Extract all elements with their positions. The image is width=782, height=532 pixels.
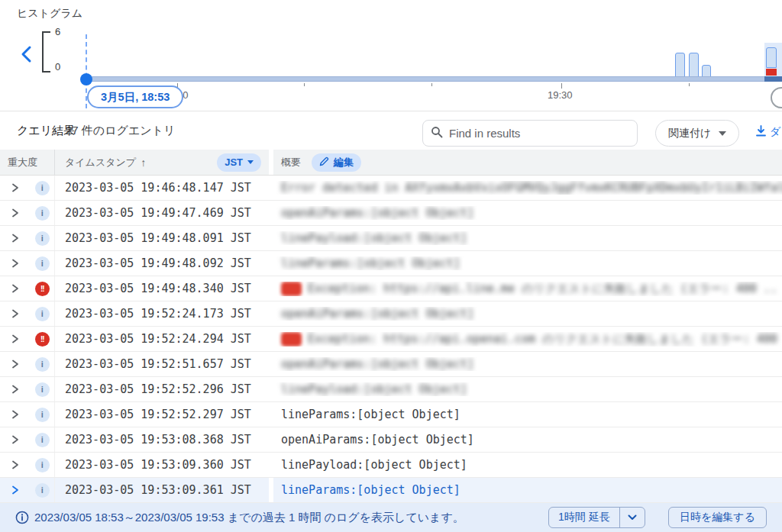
info-icon: [15, 511, 29, 527]
summary-label: 概要: [281, 156, 301, 169]
tick-mark: [689, 83, 690, 86]
y-axis-min-label: 0: [55, 61, 60, 73]
log-summary-text: Exception: https://api.line.me のリクエストに失敗…: [308, 282, 777, 296]
log-summary-text: openAiParams:[object Object]: [281, 357, 474, 371]
expand-chevron-icon[interactable]: [0, 435, 30, 444]
log-summary: lineParams:[object Object]: [273, 256, 782, 270]
range-start-handle[interactable]: [80, 73, 92, 85]
extend-options-chevron[interactable]: [620, 508, 645, 527]
log-timestamp: 2023-03-05 19:49:47.469 JST: [55, 206, 269, 220]
blurred-error-badge: [281, 282, 302, 296]
histogram-bar[interactable]: [702, 65, 711, 77]
log-entry-row[interactable]: i 2023-03-05 19:49:48.092 JST lineParams…: [0, 251, 782, 276]
expand-chevron-icon[interactable]: [0, 385, 30, 394]
column-severity: 重大度: [0, 150, 55, 175]
expand-chevron-icon[interactable]: [0, 259, 30, 268]
expand-chevron-icon[interactable]: [0, 360, 30, 369]
log-summary: linePayload:[object Object]: [273, 382, 782, 396]
log-summary: openAiParams:[object Object]: [273, 433, 782, 447]
expand-chevron-icon[interactable]: [0, 183, 30, 192]
log-summary: Exception: https://api.openai.com のリクエスト…: [273, 332, 782, 347]
find-in-results-box[interactable]: [422, 120, 638, 147]
timestamp-label: タイムスタンプ: [65, 156, 136, 169]
search-input[interactable]: [449, 127, 629, 140]
range-start-time-label[interactable]: 3月5日, 18:53: [87, 85, 183, 108]
log-timestamp: 2023-03-05 19:52:51.657 JST: [55, 357, 269, 371]
log-entry-row[interactable]: !! 2023-03-05 19:52:24.294 JST Exception…: [0, 327, 782, 352]
log-entry-row[interactable]: i 2023-03-05 19:53:09.361 JST lineParams…: [0, 478, 782, 503]
extend-one-hour-button[interactable]: 1時間 延長: [549, 508, 619, 527]
log-entry-row[interactable]: i 2023-03-05 19:53:08.368 JST openAiPara…: [0, 427, 782, 453]
log-timestamp: 2023-03-05 19:49:48.092 JST: [55, 256, 269, 270]
expand-chevron-icon[interactable]: [0, 410, 30, 419]
info-severity-icon: i: [35, 433, 50, 447]
log-entry-row[interactable]: i 2023-03-05 19:52:52.297 JST lineParams…: [0, 402, 782, 427]
log-summary-text: linePayload:[object Object]: [281, 231, 467, 245]
info-severity-icon: i: [35, 408, 50, 422]
log-timestamp: 2023-03-05 19:49:48.091 JST: [55, 231, 269, 245]
expand-chevron-icon[interactable]: [0, 309, 30, 318]
log-timestamp: 2023-03-05 19:49:48.340 JST: [55, 282, 269, 295]
log-entry-row[interactable]: i 2023-03-05 19:52:52.296 JST linePayloa…: [0, 377, 782, 402]
range-end-handle[interactable]: [771, 87, 782, 108]
histogram-bar[interactable]: [675, 53, 685, 77]
log-entry-row[interactable]: i 2023-03-05 19:49:47.469 JST openAiPara…: [0, 201, 782, 226]
correlate-button[interactable]: 関連付け: [655, 120, 739, 147]
log-timestamp: 2023-03-05 19:52:52.297 JST: [55, 408, 269, 421]
chevron-left-icon[interactable]: [17, 44, 37, 66]
info-severity-icon: i: [35, 256, 50, 271]
timezone-selector[interactable]: JST: [217, 153, 261, 172]
log-summary: lineParams:[object Object]: [273, 483, 782, 497]
table-header: 重大度 タイムスタンプ ↑ JST 概要 編集: [0, 150, 782, 176]
histogram-bar[interactable]: [689, 53, 699, 77]
log-timestamp: 2023-03-05 19:46:48.147 JST: [55, 181, 269, 195]
timezone-label: JST: [225, 156, 243, 168]
log-summary-text: linePayload:[object Object]: [281, 382, 467, 396]
log-summary: linePayload:[object Object]: [273, 458, 782, 472]
y-axis-bracket: [42, 31, 50, 73]
tick-label-1930: 19:30: [548, 89, 573, 101]
histogram-panel: ヒストグラム 6 0 19:00 19:30 3月5日, 18:53: [0, 0, 782, 111]
histogram-title: ヒストグラム: [17, 7, 82, 21]
expand-chevron-icon[interactable]: [0, 334, 30, 343]
y-axis-max-label: 6: [55, 26, 60, 37]
log-entry-row[interactable]: i 2023-03-05 19:53:09.360 JST linePayloa…: [0, 453, 782, 478]
blurred-error-badge: [281, 332, 302, 347]
histogram-bar-with-errors[interactable]: [766, 47, 777, 76]
correlate-label: 関連付け: [668, 127, 711, 140]
log-timestamp: 2023-03-05 19:52:24.173 JST: [55, 307, 269, 321]
timeline-track[interactable]: [86, 76, 782, 82]
edit-summary-button[interactable]: 編集: [312, 153, 361, 172]
log-summary: openAiParams:[object Object]: [273, 307, 782, 321]
log-summary-text: openAiParams:[object Object]: [281, 307, 474, 321]
log-summary-text: Error detected in AXfyxmxAxbVxixOFGMVQyJ…: [281, 181, 782, 195]
log-summary: openAiParams:[object Object]: [273, 206, 782, 220]
expand-chevron-icon[interactable]: [0, 460, 30, 469]
log-explorer: ヒストグラム 6 0 19:00 19:30 3月5日, 18:53 クエリ結果: [0, 0, 782, 532]
log-entry-count: 27 件のログエントリ: [66, 124, 175, 138]
info-severity-icon: i: [35, 357, 50, 372]
info-severity-icon: i: [35, 181, 50, 195]
expand-chevron-icon[interactable]: [0, 284, 30, 293]
log-entry-row[interactable]: !! 2023-03-05 19:49:48.340 JST Exception…: [0, 276, 782, 301]
log-summary-text: openAiParams:[object Object]: [281, 433, 474, 447]
download-button[interactable]: ダ: [755, 124, 780, 140]
log-entry-row[interactable]: i 2023-03-05 19:52:24.173 JST openAiPara…: [0, 301, 782, 327]
log-summary-text: Exception: https://api.openai.com のリクエスト…: [308, 332, 777, 347]
expand-chevron-icon[interactable]: [0, 208, 30, 218]
sort-ascending-icon[interactable]: ↑: [141, 156, 146, 169]
tick-mark: [304, 83, 305, 86]
expand-chevron-icon[interactable]: [0, 234, 30, 243]
download-icon: [755, 124, 767, 140]
edit-datetime-button[interactable]: 日時を編集する: [668, 507, 767, 528]
log-entry-row[interactable]: i 2023-03-05 19:52:51.657 JST openAiPara…: [0, 352, 782, 377]
error-severity-icon: !!: [35, 282, 50, 296]
search-icon: [431, 126, 443, 141]
info-severity-icon: i: [35, 206, 50, 221]
log-entry-row[interactable]: i 2023-03-05 19:49:48.091 JST linePayloa…: [0, 226, 782, 251]
log-summary-text: lineParams:[object Object]: [281, 408, 460, 421]
expand-chevron-icon[interactable]: [0, 485, 30, 495]
log-entry-row[interactable]: i 2023-03-05 19:46:48.147 JST Error dete…: [0, 176, 782, 201]
log-timestamp: 2023-03-05 19:53:09.360 JST: [55, 458, 269, 472]
histogram-bar-info-segment: [766, 47, 777, 68]
